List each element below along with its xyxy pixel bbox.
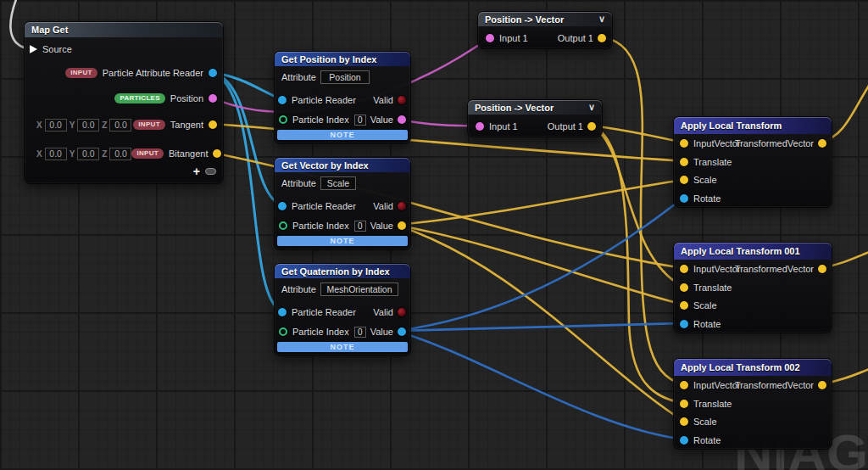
particle-index-field[interactable]: 0 (354, 115, 366, 126)
attribute-label: Attribute (281, 284, 316, 294)
scale-label: Scale (693, 300, 717, 311)
node-header[interactable]: Get Quaternion by Index (275, 264, 410, 278)
note-bar[interactable]: NOTE (277, 342, 408, 352)
wire-get-quaternion-by-index.value-to-apply-local-transform-002.rotate[interactable] (396, 331, 683, 439)
particle-index-pin[interactable] (279, 221, 287, 230)
source-pin-label: Source (42, 44, 72, 54)
node-title: Apply Local Transform (681, 120, 782, 131)
output-1-pin[interactable] (587, 122, 596, 131)
input-vector-pin[interactable] (680, 139, 688, 148)
input-vector-pin[interactable] (680, 265, 688, 273)
particle-index-field[interactable]: 0 (354, 221, 366, 232)
node-header[interactable]: Apply Local Transform 002 (674, 359, 832, 376)
node-get-vector-by-index[interactable]: Get Vector by Index Attribute Scale Part… (274, 157, 411, 250)
node-title: Map Get (31, 25, 68, 35)
wire-position-to-vector-b.output-1-to-apply-local-transform-001.translate[interactable] (592, 126, 683, 287)
node-map-get[interactable]: Map Get Source INPUT Particle Attribute … (24, 21, 224, 184)
node-position-to-vector-b[interactable]: Position -> Vector ∨ Input 1 Output 1 (467, 99, 603, 137)
rotate-pin[interactable] (680, 320, 688, 328)
valid-label: Valid (373, 307, 393, 317)
particle-index-pin[interactable] (279, 115, 287, 124)
translate-label: Translate (693, 283, 732, 293)
valid-label: Valid (373, 95, 393, 105)
note-bar[interactable]: NOTE (277, 130, 408, 140)
wire-get-quaternion-by-index.value-to-apply-local-transform-001.rotate[interactable] (396, 323, 683, 331)
node-apply-local-transform-001[interactable]: Apply Local Transform 001 InputVector Tr… (673, 242, 832, 333)
note-bar[interactable]: NOTE (277, 236, 408, 246)
niagara-graph-canvas[interactable]: NIAGARA Map Get Source INPUT Particle At… (0, 0, 868, 470)
input-vector-pin[interactable] (680, 381, 688, 389)
output-1-pin[interactable] (598, 34, 606, 42)
translate-pin[interactable] (680, 283, 688, 292)
particle-attribute-reader-pin[interactable] (209, 69, 217, 77)
transformed-vector-pin[interactable] (818, 265, 826, 273)
z-axis-label: Z (102, 149, 107, 159)
node-position-to-vector-a[interactable]: Position -> Vector ∨ Input 1 Output 1 (477, 11, 613, 49)
tangent-pin[interactable] (209, 120, 217, 129)
chevron-down-icon[interactable]: ∨ (588, 103, 595, 112)
node-header[interactable]: Apply Local Transform 001 (674, 243, 832, 260)
pin-visibility-toggle-icon[interactable] (205, 168, 216, 175)
node-header[interactable]: Get Position by Index (275, 52, 410, 66)
valid-pin[interactable] (398, 96, 406, 104)
chevron-down-icon[interactable]: ∨ (598, 14, 605, 24)
particle-reader-pin[interactable] (278, 202, 287, 210)
attribute-value-field[interactable]: Position (320, 70, 370, 84)
bitangent-x-field[interactable]: 0.0 (45, 148, 67, 160)
valid-pin[interactable] (398, 308, 406, 316)
wire-position-to-vector-a.output-1-to-apply-local-transform-002.input-vector[interactable] (602, 37, 683, 384)
input-1-pin[interactable] (486, 34, 494, 42)
particle-reader-pin[interactable] (278, 308, 287, 316)
node-title: Get Quaternion by Index (281, 266, 390, 277)
node-title: Apply Local Transform 002 (681, 362, 800, 372)
tangent-y-field[interactable]: 0.0 (77, 119, 99, 131)
transformed-vector-pin[interactable] (818, 139, 826, 148)
tangent-z-field[interactable]: 0.0 (109, 119, 131, 131)
tangent-x-field[interactable]: 0.0 (45, 119, 67, 131)
value-pin[interactable] (398, 221, 406, 230)
y-axis-label: Y (70, 120, 75, 130)
scale-pin[interactable] (680, 176, 688, 184)
particle-index-pin[interactable] (279, 327, 287, 336)
attribute-value-field[interactable]: Scale (320, 176, 356, 190)
node-header[interactable]: Apply Local Transform (674, 117, 832, 134)
bitangent-z-field[interactable]: 0.0 (109, 148, 131, 160)
node-apply-local-transform[interactable]: Apply Local Transform InputVector Transf… (673, 116, 832, 208)
transformed-vector-pin[interactable] (818, 381, 826, 389)
valid-pin[interactable] (398, 202, 406, 210)
node-header[interactable]: Position -> Vector ∨ (468, 100, 602, 115)
input-vector-label: InputVector (693, 380, 741, 390)
value-label: Value (370, 221, 393, 231)
add-pin-button[interactable]: + (193, 165, 200, 177)
node-apply-local-transform-002[interactable]: Apply Local Transform 002 InputVector Tr… (673, 358, 832, 450)
value-pin[interactable] (398, 115, 406, 124)
node-header[interactable]: Position -> Vector ∨ (478, 12, 612, 26)
input-1-pin[interactable] (476, 122, 484, 131)
x-axis-label: X (36, 120, 42, 130)
rotate-pin[interactable] (680, 436, 688, 445)
exec-pin-icon[interactable] (30, 45, 37, 53)
output-1-label: Output 1 (548, 121, 583, 131)
node-map-get-header[interactable]: Map Get (25, 22, 223, 37)
position-pin[interactable] (209, 94, 217, 103)
value-pin[interactable] (398, 327, 406, 336)
input-1-label: Input 1 (489, 121, 518, 131)
particle-reader-pin[interactable] (278, 96, 287, 104)
translate-label: Translate (693, 157, 732, 167)
translate-pin[interactable] (680, 400, 688, 408)
attribute-label: Attribute (281, 178, 316, 188)
scale-pin[interactable] (680, 301, 688, 310)
rotate-pin[interactable] (680, 194, 688, 203)
translate-label: Translate (693, 399, 732, 409)
particle-index-field[interactable]: 0 (354, 327, 366, 338)
particle-reader-label: Particle Reader (292, 201, 356, 211)
node-get-position-by-index[interactable]: Get Position by Index Attribute Position… (274, 51, 411, 144)
scale-pin[interactable] (680, 417, 688, 426)
node-header[interactable]: Get Vector by Index (275, 158, 410, 172)
y-axis-label: Y (70, 149, 75, 159)
attribute-value-field[interactable]: MeshOrientation (320, 283, 398, 296)
node-get-quaternion-by-index[interactable]: Get Quaternion by Index Attribute MeshOr… (274, 263, 411, 356)
bitangent-y-field[interactable]: 0.0 (77, 148, 99, 160)
translate-pin[interactable] (680, 158, 688, 166)
bitangent-pin[interactable] (213, 149, 221, 158)
